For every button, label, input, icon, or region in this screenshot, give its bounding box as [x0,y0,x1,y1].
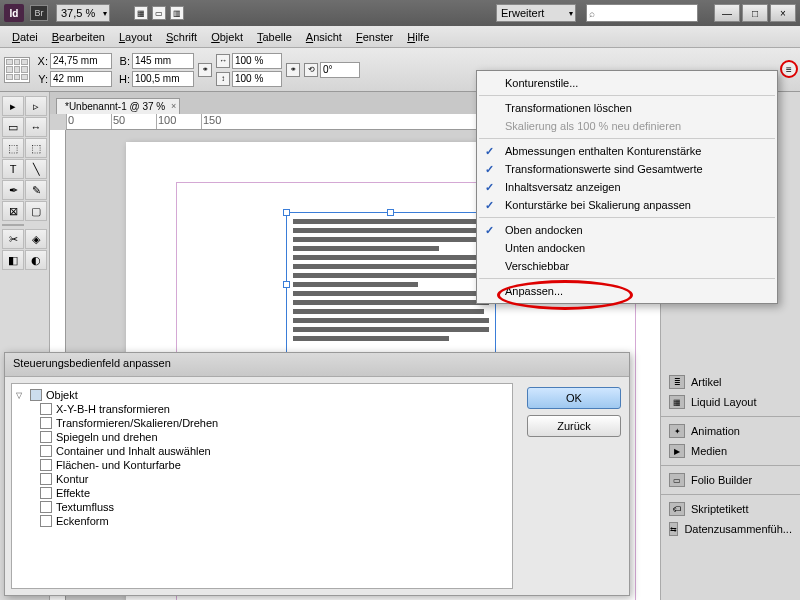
ok-button[interactable]: OK [527,387,621,409]
check-icon: ✓ [485,163,494,176]
gradient-swatch-tool[interactable]: ◧ [2,250,24,270]
y-label: Y: [34,73,48,85]
menu-item[interactable]: Konturenstile... [477,74,777,92]
menu-item[interactable]: ✓Transformationswerte sind Gesamtwerte [477,160,777,178]
tree-item[interactable]: Transformieren/Skalieren/Drehen [16,416,508,430]
checkbox[interactable] [40,445,52,457]
panel-folio-builder[interactable]: ▭Folio Builder [661,470,800,490]
menu-table[interactable]: Tabelle [251,29,298,45]
tree-item[interactable]: X-Y-B-H transformieren [16,402,508,416]
tree-item[interactable]: Container und Inhalt auswählen [16,444,508,458]
menu-item[interactable]: ✓Konturstärke bei Skalierung anpassen [477,196,777,214]
document-tab[interactable]: *Unbenannt-1 @ 37 % [56,98,180,114]
checkbox[interactable] [40,487,52,499]
handle-icon[interactable] [387,209,394,216]
checkbox[interactable] [40,515,52,527]
dialog-tree[interactable]: ▽ObjektX-Y-B-H transformierenTransformie… [11,383,513,589]
tree-item[interactable]: Spiegeln und drehen [16,430,508,444]
scale-y-input[interactable] [232,71,282,87]
selection-tool[interactable]: ▸ [2,96,24,116]
menu-help[interactable]: Hilfe [401,29,435,45]
menu-object[interactable]: Objekt [205,29,249,45]
search-input[interactable] [595,6,695,20]
checkbox[interactable] [40,431,52,443]
zoom-dropdown[interactable]: 37,5 % [56,4,110,22]
checkbox[interactable] [40,403,52,415]
menu-item[interactable]: Transformationen löschen [477,99,777,117]
reference-point-grid[interactable] [4,57,30,83]
rotate-input[interactable] [320,62,360,78]
arrange-docs-icon[interactable]: ▥ [170,6,184,20]
disclosure-icon[interactable]: ▽ [16,391,26,400]
view-options-icon[interactable]: ▦ [134,6,148,20]
type-tool[interactable]: T [2,159,24,179]
tree-item[interactable]: Kontur [16,472,508,486]
rotate-icon: ⟲ [304,63,318,77]
content-collector-tool[interactable]: ⬚ [2,138,24,158]
checkbox[interactable] [40,473,52,485]
panel-animation[interactable]: ✦Animation [661,421,800,441]
gap-tool[interactable]: ↔ [25,117,47,137]
handle-icon[interactable] [283,209,290,216]
constrain-icon[interactable]: ⚭ [198,63,212,77]
menu-edit[interactable]: Bearbeiten [46,29,111,45]
checkbox[interactable] [30,389,42,401]
panel-datenzusammen[interactable]: ⇆Datenzusammenfüh... [661,519,800,539]
menu-item[interactable]: Verschiebbar [477,257,777,275]
cancel-button[interactable]: Zurück [527,415,621,437]
menu-item[interactable]: Anpassen... [477,282,777,300]
menu-item[interactable]: ✓Oben andocken [477,221,777,239]
scale-x-input[interactable] [232,53,282,69]
menu-item[interactable]: ✓Inhaltsversatz anzeigen [477,178,777,196]
close-button[interactable]: × [770,4,796,22]
menu-item[interactable]: ✓Abmessungen enthalten Konturenstärke [477,142,777,160]
screen-mode-icon[interactable]: ▭ [152,6,166,20]
scissors-tool[interactable]: ✂ [2,229,24,249]
panel-medien[interactable]: ▶Medien [661,441,800,461]
workspace-dropdown[interactable]: Erweitert [496,4,576,22]
folio-icon: ▭ [669,473,685,487]
panel-artikel[interactable]: ≣Artikel [661,372,800,392]
h-input[interactable] [132,71,194,87]
direct-selection-tool[interactable]: ▹ [25,96,47,116]
tree-item[interactable]: Textumfluss [16,500,508,514]
handle-icon[interactable] [283,281,290,288]
tree-item[interactable]: Effekte [16,486,508,500]
scale-x-icon: ↔ [216,54,230,68]
checkbox[interactable] [40,417,52,429]
tree-item[interactable]: Eckenform [16,514,508,528]
w-input[interactable] [132,53,194,69]
bridge-icon[interactable]: Br [30,5,48,21]
tree-item-label: X-Y-B-H transformieren [56,403,170,415]
rectangle-tool[interactable]: ▢ [25,201,47,221]
menu-window[interactable]: Fenster [350,29,399,45]
minimize-button[interactable]: — [714,4,740,22]
menu-file[interactable]: DDateiatei [6,29,44,45]
content-placer-tool[interactable]: ⬚ [25,138,47,158]
menu-item-label: Verschiebbar [505,260,569,272]
checkbox[interactable] [40,459,52,471]
panel-skriptetikett[interactable]: 🏷Skriptetikett [661,499,800,519]
checkbox[interactable] [40,501,52,513]
maximize-button[interactable]: □ [742,4,768,22]
selected-text-frame[interactable] [286,212,496,357]
menu-type[interactable]: Schrift [160,29,203,45]
rectangle-frame-tool[interactable]: ⊠ [2,201,24,221]
page-tool[interactable]: ▭ [2,117,24,137]
menu-layout[interactable]: Layout [113,29,158,45]
control-flyout-button[interactable] [780,60,798,78]
y-input[interactable] [50,71,112,87]
menu-item-label: Abmessungen enthalten Konturenstärke [505,145,701,157]
menu-view[interactable]: Ansicht [300,29,348,45]
tree-item-label: Kontur [56,473,88,485]
gradient-feather-tool[interactable]: ◐ [25,250,47,270]
panel-liquid-layout[interactable]: ▦Liquid Layout [661,392,800,412]
pen-tool[interactable]: ✒ [2,180,24,200]
constrain-scale-icon[interactable]: ⚭ [286,63,300,77]
menu-item[interactable]: Unten andocken [477,239,777,257]
tree-item[interactable]: Flächen- und Konturfarbe [16,458,508,472]
line-tool[interactable]: ╲ [25,159,47,179]
free-transform-tool[interactable]: ◈ [25,229,47,249]
x-input[interactable] [50,53,112,69]
pencil-tool[interactable]: ✎ [25,180,47,200]
